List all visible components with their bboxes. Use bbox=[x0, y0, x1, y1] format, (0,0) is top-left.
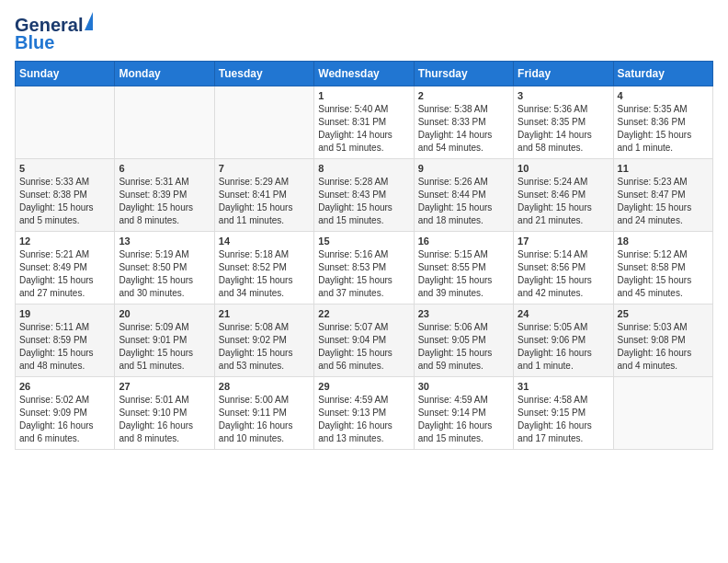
weekday-header-saturday: Saturday bbox=[613, 62, 712, 86]
calendar-cell: 29Sunrise: 4:59 AMSunset: 9:13 PMDayligh… bbox=[314, 377, 414, 450]
weekday-header-row: SundayMondayTuesdayWednesdayThursdayFrid… bbox=[16, 62, 713, 86]
day-info: Sunrise: 4:59 AMSunset: 9:13 PMDaylight:… bbox=[318, 394, 409, 445]
day-info: Sunrise: 5:03 AMSunset: 9:08 PMDaylight:… bbox=[618, 321, 709, 373]
calendar-cell: 5Sunrise: 5:33 AMSunset: 8:38 PMDaylight… bbox=[16, 159, 115, 232]
calendar-cell: 9Sunrise: 5:26 AMSunset: 8:44 PMDaylight… bbox=[414, 159, 513, 232]
day-info: Sunrise: 5:01 AMSunset: 9:10 PMDaylight:… bbox=[119, 394, 210, 445]
calendar-cell: 6Sunrise: 5:31 AMSunset: 8:39 PMDaylight… bbox=[115, 159, 214, 232]
week-row-5: 26Sunrise: 5:02 AMSunset: 9:09 PMDayligh… bbox=[16, 377, 713, 450]
day-info: Sunrise: 5:07 AMSunset: 9:04 PMDaylight:… bbox=[318, 321, 409, 373]
day-number: 10 bbox=[518, 163, 609, 174]
calendar-cell bbox=[613, 377, 712, 450]
calendar-cell: 12Sunrise: 5:21 AMSunset: 8:49 PMDayligh… bbox=[16, 232, 115, 304]
day-number: 1 bbox=[318, 90, 409, 101]
day-number: 6 bbox=[119, 163, 210, 174]
day-number: 27 bbox=[119, 381, 210, 392]
weekday-header-friday: Friday bbox=[514, 62, 613, 86]
day-number: 22 bbox=[318, 308, 409, 319]
day-info: Sunrise: 5:31 AMSunset: 8:39 PMDaylight:… bbox=[119, 176, 210, 227]
calendar-cell: 16Sunrise: 5:15 AMSunset: 8:55 PMDayligh… bbox=[414, 232, 513, 304]
day-number: 14 bbox=[219, 236, 310, 247]
day-number: 4 bbox=[618, 90, 709, 101]
day-number: 12 bbox=[19, 236, 110, 247]
day-number: 7 bbox=[219, 163, 310, 174]
day-info: Sunrise: 5:21 AMSunset: 8:49 PMDaylight:… bbox=[19, 248, 110, 300]
day-number: 3 bbox=[518, 90, 609, 101]
calendar-cell: 26Sunrise: 5:02 AMSunset: 9:09 PMDayligh… bbox=[16, 377, 115, 450]
day-number: 21 bbox=[219, 308, 310, 319]
day-number: 13 bbox=[119, 236, 210, 247]
calendar-cell: 15Sunrise: 5:16 AMSunset: 8:53 PMDayligh… bbox=[314, 232, 414, 304]
calendar-cell: 24Sunrise: 5:05 AMSunset: 9:06 PMDayligh… bbox=[514, 304, 613, 377]
day-number: 19 bbox=[19, 308, 110, 319]
day-number: 31 bbox=[518, 381, 609, 392]
day-info: Sunrise: 5:26 AMSunset: 8:44 PMDaylight:… bbox=[418, 176, 509, 227]
day-number: 30 bbox=[418, 381, 509, 392]
day-info: Sunrise: 5:24 AMSunset: 8:46 PMDaylight:… bbox=[518, 176, 609, 227]
week-row-1: 1Sunrise: 5:40 AMSunset: 8:31 PMDaylight… bbox=[16, 86, 713, 159]
calendar-cell: 3Sunrise: 5:36 AMSunset: 8:35 PMDaylight… bbox=[514, 86, 613, 159]
day-info: Sunrise: 5:23 AMSunset: 8:47 PMDaylight:… bbox=[618, 176, 709, 227]
calendar-cell: 21Sunrise: 5:08 AMSunset: 9:02 PMDayligh… bbox=[214, 304, 313, 377]
day-info: Sunrise: 5:06 AMSunset: 9:05 PMDaylight:… bbox=[418, 321, 509, 373]
calendar-cell: 28Sunrise: 5:00 AMSunset: 9:11 PMDayligh… bbox=[214, 377, 313, 450]
calendar-cell: 4Sunrise: 5:35 AMSunset: 8:36 PMDaylight… bbox=[613, 86, 712, 159]
day-info: Sunrise: 4:59 AMSunset: 9:14 PMDaylight:… bbox=[418, 394, 509, 445]
calendar-cell: 14Sunrise: 5:18 AMSunset: 8:52 PMDayligh… bbox=[214, 232, 313, 304]
calendar-cell: 22Sunrise: 5:07 AMSunset: 9:04 PMDayligh… bbox=[314, 304, 414, 377]
day-info: Sunrise: 5:19 AMSunset: 8:50 PMDaylight:… bbox=[119, 248, 210, 300]
day-info: Sunrise: 5:15 AMSunset: 8:55 PMDaylight:… bbox=[418, 248, 509, 300]
calendar-cell: 20Sunrise: 5:09 AMSunset: 9:01 PMDayligh… bbox=[115, 304, 214, 377]
day-info: Sunrise: 5:33 AMSunset: 8:38 PMDaylight:… bbox=[19, 176, 110, 227]
day-info: Sunrise: 5:08 AMSunset: 9:02 PMDaylight:… bbox=[219, 321, 310, 373]
day-number: 17 bbox=[518, 236, 609, 247]
calendar-cell: 23Sunrise: 5:06 AMSunset: 9:05 PMDayligh… bbox=[414, 304, 513, 377]
calendar-cell: 30Sunrise: 4:59 AMSunset: 9:14 PMDayligh… bbox=[414, 377, 513, 450]
calendar-cell bbox=[214, 86, 313, 159]
week-row-3: 12Sunrise: 5:21 AMSunset: 8:49 PMDayligh… bbox=[16, 232, 713, 304]
day-info: Sunrise: 5:40 AMSunset: 8:31 PMDaylight:… bbox=[318, 103, 409, 155]
weekday-header-thursday: Thursday bbox=[414, 62, 513, 86]
day-info: Sunrise: 5:02 AMSunset: 9:09 PMDaylight:… bbox=[19, 394, 110, 445]
weekday-header-wednesday: Wednesday bbox=[314, 62, 414, 86]
day-number: 16 bbox=[418, 236, 509, 247]
day-number: 24 bbox=[518, 308, 609, 319]
calendar-cell: 25Sunrise: 5:03 AMSunset: 9:08 PMDayligh… bbox=[613, 304, 712, 377]
logo-blue: Blue bbox=[15, 32, 54, 53]
calendar-cell: 7Sunrise: 5:29 AMSunset: 8:41 PMDaylight… bbox=[214, 159, 313, 232]
week-row-4: 19Sunrise: 5:11 AMSunset: 8:59 PMDayligh… bbox=[16, 304, 713, 377]
calendar-cell: 13Sunrise: 5:19 AMSunset: 8:50 PMDayligh… bbox=[115, 232, 214, 304]
day-info: Sunrise: 5:35 AMSunset: 8:36 PMDaylight:… bbox=[618, 103, 709, 155]
logo-arrow-icon bbox=[85, 12, 93, 30]
calendar-cell: 17Sunrise: 5:14 AMSunset: 8:56 PMDayligh… bbox=[514, 232, 613, 304]
weekday-header-tuesday: Tuesday bbox=[214, 62, 313, 86]
day-number: 28 bbox=[219, 381, 310, 392]
day-info: Sunrise: 4:58 AMSunset: 9:15 PMDaylight:… bbox=[518, 394, 609, 445]
calendar-cell bbox=[115, 86, 214, 159]
calendar-cell bbox=[16, 86, 115, 159]
page-header: General Blue bbox=[15, 15, 713, 53]
day-info: Sunrise: 5:38 AMSunset: 8:33 PMDaylight:… bbox=[418, 103, 509, 155]
day-info: Sunrise: 5:11 AMSunset: 8:59 PMDaylight:… bbox=[19, 321, 110, 373]
day-info: Sunrise: 5:29 AMSunset: 8:41 PMDaylight:… bbox=[219, 176, 310, 227]
calendar-cell: 27Sunrise: 5:01 AMSunset: 9:10 PMDayligh… bbox=[115, 377, 214, 450]
day-info: Sunrise: 5:12 AMSunset: 8:58 PMDaylight:… bbox=[618, 248, 709, 300]
day-number: 25 bbox=[618, 308, 709, 319]
week-row-2: 5Sunrise: 5:33 AMSunset: 8:38 PMDaylight… bbox=[16, 159, 713, 232]
day-number: 5 bbox=[19, 163, 110, 174]
day-number: 15 bbox=[318, 236, 409, 247]
calendar-cell: 8Sunrise: 5:28 AMSunset: 8:43 PMDaylight… bbox=[314, 159, 414, 232]
calendar-cell: 18Sunrise: 5:12 AMSunset: 8:58 PMDayligh… bbox=[613, 232, 712, 304]
calendar-cell: 31Sunrise: 4:58 AMSunset: 9:15 PMDayligh… bbox=[514, 377, 613, 450]
day-number: 20 bbox=[119, 308, 210, 319]
day-info: Sunrise: 5:18 AMSunset: 8:52 PMDaylight:… bbox=[219, 248, 310, 300]
day-number: 11 bbox=[618, 163, 709, 174]
day-number: 26 bbox=[19, 381, 110, 392]
day-number: 23 bbox=[418, 308, 509, 319]
day-number: 8 bbox=[318, 163, 409, 174]
calendar-cell: 11Sunrise: 5:23 AMSunset: 8:47 PMDayligh… bbox=[613, 159, 712, 232]
day-info: Sunrise: 5:36 AMSunset: 8:35 PMDaylight:… bbox=[518, 103, 609, 155]
day-info: Sunrise: 5:16 AMSunset: 8:53 PMDaylight:… bbox=[318, 248, 409, 300]
day-number: 18 bbox=[618, 236, 709, 247]
logo: General Blue bbox=[15, 15, 93, 53]
